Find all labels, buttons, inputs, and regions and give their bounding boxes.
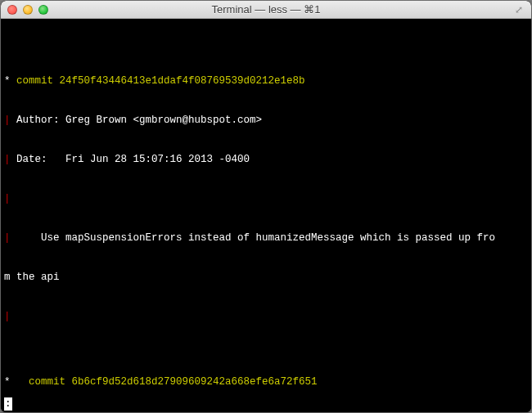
titlebar[interactable]: Terminal — less — ⌘1 ⤢ (1, 1, 531, 19)
minimize-icon[interactable] (23, 5, 33, 15)
terminal-content[interactable]: * commit 24f50f43446413e1ddaf4f08769539d… (1, 19, 531, 412)
git-blank-line: | (4, 192, 528, 205)
graph-edge: | (4, 232, 11, 244)
graph-edge: | (4, 193, 11, 204)
git-date-line: | Date: Fri Jun 28 15:07:16 2013 -0400 (4, 153, 528, 166)
terminal-window: Terminal — less — ⌘1 ⤢ * commit 24f50f43… (1, 1, 531, 412)
fullscreen-icon[interactable]: ⤢ (515, 4, 526, 16)
git-message-line: | Use mapSuspensionErrors instead of hum… (4, 231, 528, 245)
git-author-line: | Author: Greg Brown <gmbrown@hubspot.co… (4, 114, 528, 127)
graph-edge: | (4, 154, 11, 165)
graph-node: * (4, 75, 11, 87)
close-icon[interactable] (7, 5, 17, 15)
graph-edge: | (4, 311, 11, 322)
window-title: Terminal — less — ⌘1 (1, 3, 531, 16)
less-prompt[interactable]: : (4, 397, 12, 411)
zoom-icon[interactable] (38, 5, 48, 15)
traffic-lights (1, 5, 48, 15)
git-blank-line: | (4, 310, 528, 323)
git-message-wrap: m the api (4, 271, 528, 284)
git-commit-line: * commit 6b6cf9d52d618d27909609242a668ef… (4, 375, 528, 388)
commit-header: commit 6b6cf9d52d618d27909609242a668efe6… (23, 376, 318, 388)
git-commit-line: * commit 24f50f43446413e1ddaf4f08769539d… (4, 74, 528, 88)
graph-node: * (4, 376, 23, 388)
graph-edge: | (4, 114, 11, 126)
commit-header: commit 24f50f43446413e1ddaf4f08769539d02… (11, 75, 305, 87)
